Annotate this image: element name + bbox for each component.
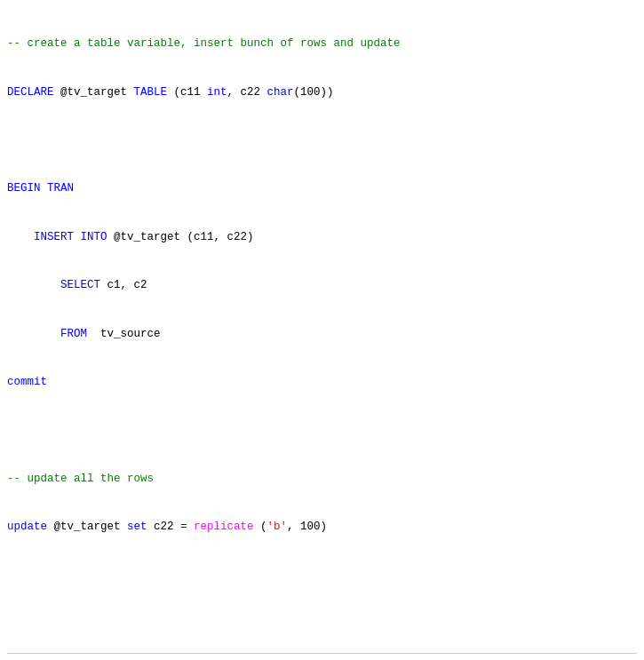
kw-int1: int (207, 86, 227, 99)
kw-from1: FROM (60, 328, 87, 340)
update-args1: ( (254, 521, 267, 533)
kw-set1: set (127, 521, 147, 533)
kw-commit1: commit (7, 376, 47, 388)
declare-rest: (c11 (167, 86, 207, 99)
line-insert1: INSERT INTO @tv_target (c11, c22) (7, 229, 637, 245)
kw-insert1: INSERT INTO (34, 231, 107, 243)
update-col1: c22 = (147, 521, 195, 533)
line-blank4 (7, 616, 637, 632)
insert-target1: @tv_target (c11, c22) (107, 231, 254, 243)
declare-comma: , c22 (227, 86, 267, 99)
line-blank2 (7, 422, 637, 438)
select-cols1: c1, c2 (100, 279, 147, 291)
kw-select1: SELECT (60, 279, 100, 291)
code-editor: -- create a table variable, insert bunch… (7, 4, 637, 648)
comment-2: -- update all the rows (7, 473, 154, 485)
kw-char1: char (267, 86, 294, 99)
fn-replicate1: replicate (194, 521, 254, 533)
comment-1: -- create a table variable, insert bunch… (7, 37, 401, 50)
str-b1: 'b' (267, 521, 288, 533)
kw-begin1: BEGIN TRAN (7, 182, 74, 195)
kw-declare: DECLARE (7, 86, 54, 99)
update-target1: @tv_target (47, 521, 127, 533)
line-begin1: BEGIN TRAN (7, 180, 637, 196)
kw-table: TABLE (134, 86, 168, 99)
line-select1: SELECT c1, c2 (7, 277, 637, 293)
declare-end: (100)) (294, 86, 334, 99)
line-comment2: -- update all the rows (7, 471, 637, 487)
from-source1: tv_source (87, 328, 161, 340)
kw-update1: update (7, 521, 47, 533)
line-1: -- create a table variable, insert bunch… (7, 36, 637, 52)
update-args1b: , 100) (287, 521, 327, 533)
line-update1: update @tv_target set c22 = replicate ('… (7, 519, 637, 535)
line-commit1: commit (7, 374, 637, 390)
line-blank1 (7, 132, 637, 148)
divider-1 (7, 653, 637, 654)
line-from1: FROM tv_source (7, 326, 637, 342)
declare-text: @tv_target (54, 86, 134, 99)
line-2: DECLARE @tv_target TABLE (c11 int, c22 c… (7, 84, 637, 100)
line-blank3 (7, 567, 637, 583)
